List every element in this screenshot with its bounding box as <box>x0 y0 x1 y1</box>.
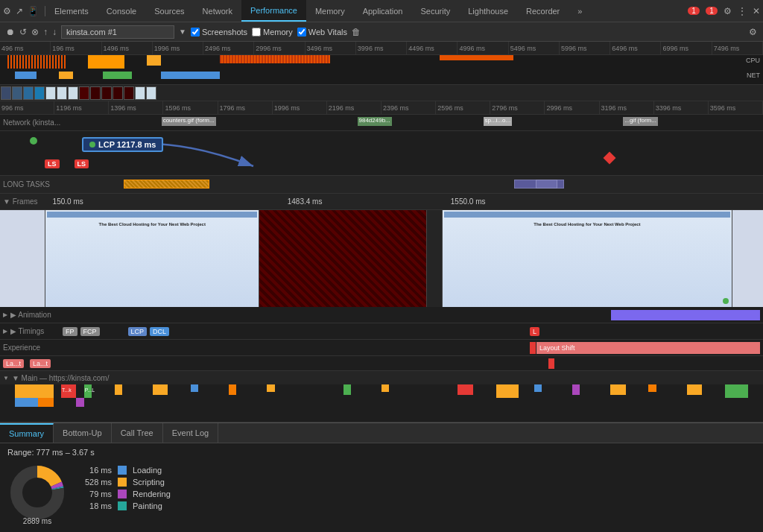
tick-10: 5496 ms <box>509 42 560 54</box>
timings-row: ▶ ▶ Timings FP FCP LCP DCL L <box>0 323 763 340</box>
flame-0 <box>15 384 53 398</box>
settings2-icon[interactable]: ⚙ <box>749 27 757 37</box>
tick-3: 1996 ms <box>153 42 203 54</box>
tab-event-log[interactable]: Event Log <box>163 423 219 443</box>
loading-ms: 16 ms <box>82 466 112 475</box>
network-item-2: sp...i...o... <box>484 117 513 126</box>
tab-call-tree[interactable]: Call Tree <box>112 423 163 443</box>
rendering-label: Rendering <box>133 490 171 498</box>
painting-ms: 18 ms <box>82 501 112 510</box>
animation-row: ▶ ▶ Animation <box>0 307 763 323</box>
la-t-marker-0: La...t <box>3 359 24 368</box>
green-marker <box>30 137 37 145</box>
red-marker <box>604 152 616 165</box>
url-input[interactable] <box>61 25 174 39</box>
tick-8: 4496 ms <box>407 42 458 54</box>
tab-lighthouse[interactable]: Lighthouse <box>459 0 517 22</box>
tick-2: 1496 ms <box>102 42 153 54</box>
reload-button[interactable]: ↺ <box>19 27 27 37</box>
timings-label: ▶ ▶ Timings <box>0 327 60 335</box>
badge-2: 1 <box>706 7 718 15</box>
nav-right: 1 1 ⚙ ⋮ ✕ <box>688 6 760 16</box>
frame-website-title-2: The Best Cloud Hosting for Your Next Web… <box>501 222 674 228</box>
loading-label: Loading <box>133 466 162 475</box>
ruler2-tick-4: 1796 ms <box>218 101 273 114</box>
network-row: Network (kinsta... counters.gif (form...… <box>0 115 763 131</box>
web-vitals-checkbox[interactable] <box>297 28 306 37</box>
donut-total-label: 2889 ms <box>23 517 51 525</box>
trash-icon[interactable]: 🗑 <box>352 27 361 37</box>
summary-panel: Range: 777 ms – 3.67 s 2889 ms <box>0 443 763 527</box>
net-label: NET <box>747 72 760 79</box>
ellipsis-icon[interactable]: ⋮ <box>738 6 747 16</box>
tab-more[interactable]: » <box>569 0 591 22</box>
memory-checkbox[interactable] <box>252 28 261 37</box>
frame-5 <box>732 210 763 307</box>
download-button[interactable]: ↓ <box>52 27 57 37</box>
tab-sources[interactable]: Sources <box>145 0 193 22</box>
timing-dcl: DCL <box>150 327 169 336</box>
upload-button[interactable]: ↑ <box>43 27 48 37</box>
frame-website-title: The Best Cloud Hosting for Your Next Web… <box>89 222 216 228</box>
ruler2-tick-3: 1596 ms <box>163 101 218 114</box>
expand-arrow: ▶ <box>3 311 7 318</box>
task-bar-0 <box>124 180 209 189</box>
timings-expand: ▶ <box>3 328 7 335</box>
frames-label: ▼ Frames <box>3 197 38 206</box>
device-icon[interactable]: 📱 <box>28 6 39 16</box>
frame-1: The Best Cloud Hosting for Your Next Web… <box>45 210 259 307</box>
flame-10 <box>267 384 274 392</box>
tab-bottom-up[interactable]: Bottom-Up <box>54 423 112 443</box>
inspect-icon[interactable]: ↗ <box>16 6 23 16</box>
ruler2-tick-10: 2996 ms <box>545 101 599 114</box>
tab-recorder[interactable]: Recorder <box>517 0 569 22</box>
screenshots-row <box>0 85 763 101</box>
web-vitals-checkbox-label[interactable]: Web Vitals <box>297 28 347 37</box>
tab-console[interactable]: Console <box>98 0 145 22</box>
donut-chart: 2889 ms <box>7 463 67 522</box>
timing-fcp: FCP <box>80 327 100 336</box>
tab-summary[interactable]: Summary <box>0 423 54 443</box>
settings-icon[interactable]: ⚙ <box>724 6 732 16</box>
screenshots-checkbox-label[interactable]: Screenshots <box>191 28 247 37</box>
tick-9: 4996 ms <box>458 42 508 54</box>
tick-11: 5996 ms <box>560 42 610 54</box>
timing-fp: FP <box>63 327 77 336</box>
ls-marker-0: LS <box>45 159 60 168</box>
perf-panel: LCP 1217.8 ms LS LS <box>0 131 763 176</box>
flame-19 <box>687 384 702 395</box>
frame-time-2: 1550.0 ms <box>451 197 486 206</box>
tab-performance[interactable]: Performance <box>241 0 306 22</box>
experience-row: Experience Layout Shift <box>0 340 763 356</box>
legend-loading: 16 ms Loading <box>82 466 171 475</box>
main-row-label: ▼ ▼ Main — https://kinsta.com/ <box>0 371 763 384</box>
screenshots-checkbox[interactable] <box>191 28 200 37</box>
stop-button[interactable]: ⊗ <box>31 27 39 37</box>
flame-6 <box>115 384 122 395</box>
scripting-ms: 528 ms <box>82 478 112 487</box>
memory-checkbox-label[interactable]: Memory <box>252 28 293 37</box>
flame-4 <box>76 398 83 407</box>
tick-12: 6496 ms <box>610 42 661 54</box>
tab-security[interactable]: Security <box>411 0 459 22</box>
animation-label: ▶ ▶ Animation <box>0 311 60 319</box>
tab-application[interactable]: Application <box>354 0 412 22</box>
close-icon[interactable]: ✕ <box>753 6 760 16</box>
frame-time-0: 150.0 ms <box>53 197 83 206</box>
tick-0: 496 ms <box>0 42 51 54</box>
painting-color <box>118 501 127 510</box>
network-item-1: 984d249b... <box>358 117 392 126</box>
flame-16 <box>572 384 580 395</box>
tab-memory[interactable]: Memory <box>306 0 354 22</box>
record-button[interactable]: ⏺ <box>6 27 15 37</box>
nav-tabs: Elements Console Sources Network Perform… <box>45 0 591 22</box>
ruler2-tick-5: 1996 ms <box>273 101 327 114</box>
layout-shift-bar: Layout Shift <box>536 342 760 354</box>
experience-label: Experience <box>0 343 60 352</box>
nav-icons: ⚙ ↗ 📱 <box>3 6 45 16</box>
tab-network[interactable]: Network <box>194 0 241 22</box>
flame-15 <box>534 384 542 392</box>
flame-2 <box>38 398 53 407</box>
tab-elements[interactable]: Elements <box>45 0 98 22</box>
long-tasks-label: LONG TASKS <box>0 180 53 189</box>
